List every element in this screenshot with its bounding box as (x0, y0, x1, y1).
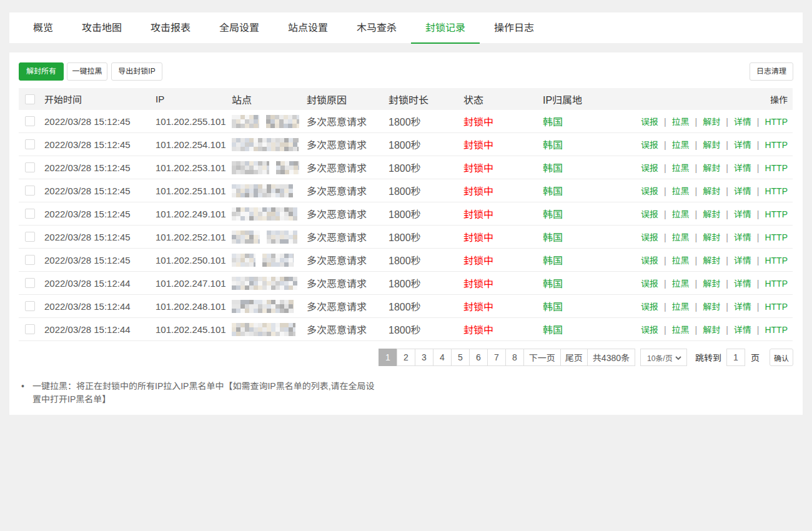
status-blocking-badge: 封锁中 (463, 232, 493, 243)
page-button-3[interactable]: 3 (415, 349, 433, 366)
op-link-details[interactable]: 详情 (734, 163, 751, 173)
op-link-details[interactable]: 详情 (734, 279, 751, 289)
tab-1[interactable]: 概览 (19, 12, 67, 43)
op-link-false-positive[interactable]: 误报 (641, 302, 658, 312)
row-checkbox[interactable] (25, 139, 35, 149)
page-button-6[interactable]: 6 (469, 349, 488, 366)
page-button-8[interactable]: 8 (505, 349, 524, 366)
row-checkbox[interactable] (25, 324, 35, 334)
op-link-http[interactable]: HTTP (765, 140, 788, 150)
page-size-select[interactable]: 10条/页 (640, 349, 687, 366)
op-link-details[interactable]: 详情 (734, 209, 751, 219)
op-link-false-positive[interactable]: 误报 (641, 186, 658, 196)
cell-operations: 误报|拉黑|解封|详情|HTTP (636, 138, 793, 151)
op-link-blacklist[interactable]: 拉黑 (672, 232, 690, 242)
op-link-http[interactable]: HTTP (765, 232, 788, 242)
page-button-5[interactable]: 5 (451, 349, 470, 366)
op-link-unblock[interactable]: 解封 (703, 140, 720, 150)
op-link-details[interactable]: 详情 (734, 302, 751, 312)
op-link-blacklist[interactable]: 拉黑 (672, 117, 690, 127)
cell-block-reason: 多次恶意请求 (307, 206, 389, 221)
unblock-all-button[interactable]: 解封所有 (19, 62, 64, 81)
tab-2[interactable]: 攻击地图 (67, 12, 136, 43)
select-all-checkbox[interactable] (25, 94, 35, 104)
row-checkbox[interactable] (25, 162, 35, 172)
op-link-unblock[interactable]: 解封 (703, 232, 720, 242)
log-clean-button[interactable]: 日志清理 (750, 62, 793, 81)
op-link-unblock[interactable]: 解封 (703, 186, 720, 196)
op-link-unblock[interactable]: 解封 (703, 302, 720, 312)
row-checkbox[interactable] (25, 116, 35, 126)
op-link-false-positive[interactable]: 误报 (641, 140, 658, 150)
op-link-false-positive[interactable]: 误报 (641, 117, 658, 127)
op-link-details[interactable]: 详情 (734, 232, 751, 242)
op-link-blacklist[interactable]: 拉黑 (672, 279, 690, 289)
confirm-button[interactable]: 确认 (770, 349, 793, 366)
op-link-blacklist[interactable]: 拉黑 (672, 302, 690, 312)
page-button-1[interactable]: 1 (379, 349, 397, 366)
last-page-button[interactable]: 尾页 (560, 349, 588, 366)
page-button-7[interactable]: 7 (487, 349, 506, 366)
op-link-false-positive[interactable]: 误报 (641, 163, 658, 173)
op-link-details[interactable]: 详情 (734, 117, 751, 127)
op-link-blacklist[interactable]: 拉黑 (672, 163, 690, 173)
tab-4[interactable]: 全局设置 (205, 12, 274, 43)
jump-page-input[interactable] (726, 349, 745, 366)
op-link-false-positive[interactable]: 误报 (641, 209, 658, 219)
tab-8[interactable]: 操作日志 (480, 12, 548, 43)
op-link-http[interactable]: HTTP (765, 163, 788, 173)
cell-block-reason: 多次恶意请求 (307, 229, 389, 244)
tab-7[interactable]: 封锁记录 (411, 13, 480, 44)
row-checkbox[interactable] (25, 209, 35, 219)
tab-6[interactable]: 木马查杀 (342, 12, 411, 43)
row-checkbox[interactable] (25, 232, 35, 242)
op-link-details[interactable]: 详情 (734, 325, 751, 335)
op-link-false-positive[interactable]: 误报 (641, 325, 658, 335)
op-link-http[interactable]: HTTP (765, 117, 788, 127)
op-separator: | (757, 163, 760, 173)
op-link-http[interactable]: HTTP (765, 325, 788, 335)
op-link-blacklist[interactable]: 拉黑 (672, 140, 690, 150)
op-link-http[interactable]: HTTP (765, 209, 788, 219)
op-link-http[interactable]: HTTP (765, 302, 788, 312)
op-link-http[interactable]: HTTP (765, 279, 788, 289)
op-link-http[interactable]: HTTP (765, 256, 788, 266)
op-link-details[interactable]: 详情 (734, 256, 751, 266)
page-button-4[interactable]: 4 (433, 349, 452, 366)
op-link-false-positive[interactable]: 误报 (641, 232, 658, 242)
blacklist-all-button[interactable]: 一键拉黑 (67, 62, 107, 81)
op-link-false-positive[interactable]: 误报 (641, 256, 658, 266)
op-link-unblock[interactable]: 解封 (703, 256, 720, 266)
row-checkbox[interactable] (25, 278, 35, 288)
op-link-unblock[interactable]: 解封 (703, 279, 720, 289)
cell-block-duration: 1800秒 (389, 275, 463, 290)
op-link-http[interactable]: HTTP (765, 186, 788, 196)
op-link-false-positive[interactable]: 误报 (641, 279, 658, 289)
op-separator: | (664, 279, 666, 289)
page-button-2[interactable]: 2 (397, 349, 415, 366)
op-link-details[interactable]: 详情 (734, 186, 751, 196)
op-link-blacklist[interactable]: 拉黑 (672, 209, 690, 219)
cell-start-time: 2022/03/28 15:12:44 (44, 278, 156, 289)
cell-block-duration: 1800秒 (389, 137, 463, 152)
cell-operations: 误报|拉黑|解封|详情|HTTP (636, 231, 793, 243)
next-page-button[interactable]: 下一页 (523, 349, 561, 366)
op-link-unblock[interactable]: 解封 (703, 325, 720, 335)
op-link-blacklist[interactable]: 拉黑 (672, 325, 690, 335)
op-link-unblock[interactable]: 解封 (703, 117, 720, 127)
export-blocked-ip-button[interactable]: 导出封锁IP (111, 62, 162, 81)
op-link-unblock[interactable]: 解封 (703, 163, 720, 173)
row-checkbox[interactable] (25, 186, 35, 196)
op-link-blacklist[interactable]: 拉黑 (672, 186, 690, 196)
op-link-blacklist[interactable]: 拉黑 (672, 256, 690, 266)
tab-3[interactable]: 攻击报表 (136, 12, 205, 43)
row-checkbox[interactable] (25, 301, 35, 311)
tab-5[interactable]: 站点设置 (274, 12, 342, 43)
row-checkbox[interactable] (25, 255, 35, 265)
op-link-details[interactable]: 详情 (734, 140, 751, 150)
op-separator: | (695, 232, 698, 242)
op-link-unblock[interactable]: 解封 (703, 209, 720, 219)
row-checkbox-cell (19, 324, 44, 334)
table-row: 2022/03/28 15:12:45101.202.253.101多次恶意请求… (19, 156, 793, 179)
op-separator: | (695, 302, 698, 312)
